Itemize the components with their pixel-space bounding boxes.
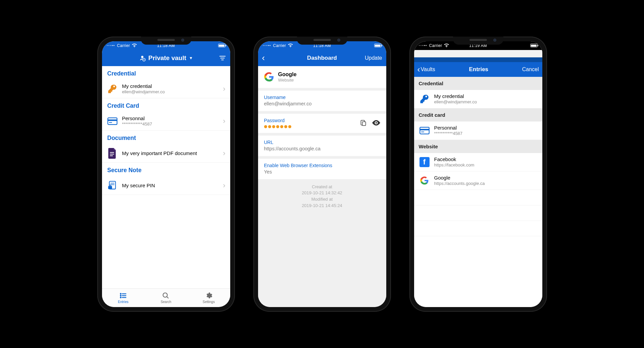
entry-header: GoogleWebsite (258, 66, 386, 88)
entry-subtitle: https://facebook.com (434, 162, 538, 167)
search-icon (162, 292, 170, 300)
entry-title: Facebook (434, 156, 538, 162)
tab-label: Search (161, 300, 171, 304)
entry-row-credential[interactable]: My credentialellen@windjammer.co (414, 90, 542, 108)
entry-row-google[interactable]: Googlehttps://accounts.google.ca (414, 171, 542, 190)
entry-subtitle: https://accounts.google.ca (434, 181, 538, 186)
field-extensions[interactable]: Enable Web Browser Extensions Yes (258, 159, 386, 179)
chevron-right-icon: › (223, 117, 225, 126)
carrier-label: Carrier (429, 43, 442, 48)
entry-row-credential[interactable]: My credentialellen@windjammer.co › (102, 80, 230, 98)
tab-entries[interactable]: Entries (102, 289, 145, 307)
vault-selector[interactable]: Private vault ▼ (139, 54, 193, 62)
field-label: Password (264, 118, 355, 123)
entry-subtitle: ***********4587 (434, 131, 538, 136)
reveal-button[interactable] (372, 120, 380, 126)
entry-subtitle: ellen@windjammer.co (122, 89, 219, 94)
entry-row-facebook[interactable]: f Facebookhttps://facebook.com (414, 153, 542, 171)
entry-title: Personnal (434, 125, 538, 131)
dropdown-caret-icon: ▼ (189, 56, 193, 60)
tab-label: Settings (203, 300, 215, 304)
tab-bar: Entries Search Settings (102, 288, 230, 307)
modified-value: 2019-10-21 14:45:24 (263, 203, 382, 209)
field-label: Enable Web Browser Extensions (264, 163, 380, 168)
tab-settings[interactable]: Settings (187, 289, 230, 307)
phone-3: Carrier 11:19 AM ‹ Vaults Entries Cancel… (409, 37, 547, 312)
created-label: Created at (263, 184, 382, 190)
field-label: URL (264, 140, 380, 145)
entry-row-document[interactable]: My very important PDF document › (102, 144, 230, 163)
back-button[interactable]: ‹ Vaults (417, 65, 435, 74)
svg-rect-7 (108, 119, 117, 121)
entries-list: Credential My credentialellen@windjammer… (102, 66, 230, 288)
field-url[interactable]: URL https://accounts.google.ca (258, 136, 386, 156)
chevron-right-icon: › (223, 149, 225, 158)
svg-rect-11 (110, 155, 113, 156)
field-value: Yes (264, 169, 380, 175)
svg-point-17 (120, 293, 121, 294)
svg-point-2 (144, 59, 145, 60)
cancel-button[interactable]: Cancel (522, 66, 539, 72)
empty-row (414, 190, 542, 205)
svg-point-26 (375, 122, 377, 123)
svg-rect-6 (108, 118, 117, 125)
section-header-document: Document (102, 131, 230, 144)
entry-row-creditcard[interactable]: Personnal************4587 › (102, 112, 230, 131)
svg-rect-16 (109, 185, 111, 187)
field-password[interactable]: Password (258, 114, 386, 133)
phone-2: Carrier 11:18 AM ‹ Dashboard Update Goog… (253, 37, 391, 312)
status-bar: Carrier 11:18 AM (102, 41, 230, 50)
update-button[interactable]: Update (365, 55, 382, 61)
carrier-label: Carrier (273, 43, 286, 48)
entry-type: Website (278, 78, 297, 83)
section-header-website: Website (414, 140, 542, 153)
entry-title: Personnal (122, 115, 219, 121)
entry-title: My credential (434, 93, 538, 99)
section-header-credential: Credential (414, 77, 542, 90)
svg-rect-25 (362, 122, 365, 126)
tab-search[interactable]: Search (145, 289, 187, 307)
filter-icon[interactable] (219, 54, 226, 62)
svg-point-0 (141, 56, 144, 58)
copy-button[interactable] (360, 119, 367, 126)
entry-title: Google (278, 71, 297, 78)
svg-rect-9 (110, 152, 114, 153)
card-icon (419, 125, 430, 136)
sheet-background (414, 50, 542, 57)
back-label: Vaults (421, 66, 435, 72)
battery-icon (530, 44, 538, 47)
battery-icon (374, 44, 382, 47)
battery-icon (218, 44, 226, 47)
svg-rect-13 (110, 183, 114, 183)
empty-row (414, 221, 542, 236)
field-username[interactable]: Username ellen@windjammer.co (258, 91, 386, 111)
password-mask (264, 125, 355, 128)
wifi-icon (132, 44, 137, 47)
entry-row-securenote[interactable]: My secure PIN › (102, 177, 230, 195)
metadata: Created at 2019-10-21 14:32:42 Modified … (258, 179, 386, 214)
gear-icon (205, 292, 213, 300)
tab-label: Entries (118, 300, 129, 304)
google-icon (264, 72, 274, 82)
entry-row-creditcard[interactable]: Personnal***********4587 (414, 121, 542, 140)
navbar: Private vault ▼ (102, 50, 230, 66)
wifi-icon (288, 44, 293, 47)
field-label: Username (264, 95, 380, 100)
back-button[interactable]: ‹ (262, 53, 265, 63)
created-value: 2019-10-21 14:32:42 (263, 190, 382, 196)
section-header-creditcard: Credit card (414, 108, 542, 121)
entries-modal-list: Credential My credentialellen@windjammer… (414, 77, 542, 307)
svg-line-24 (167, 297, 168, 298)
field-value: ellen@windjammer.co (264, 101, 380, 106)
field-value: https://accounts.google.ca (264, 146, 380, 151)
wifi-icon (444, 44, 449, 47)
entries-icon (119, 292, 127, 300)
clock: 11:18 AM (313, 43, 331, 48)
section-header-credential: Credential (102, 66, 230, 80)
vault-title: Private vault (148, 54, 186, 62)
svg-rect-28 (420, 129, 429, 130)
chevron-right-icon: › (223, 181, 225, 190)
person-vault-icon (139, 55, 146, 61)
sheet-top-strip (414, 57, 542, 62)
secure-note-icon (107, 180, 118, 191)
